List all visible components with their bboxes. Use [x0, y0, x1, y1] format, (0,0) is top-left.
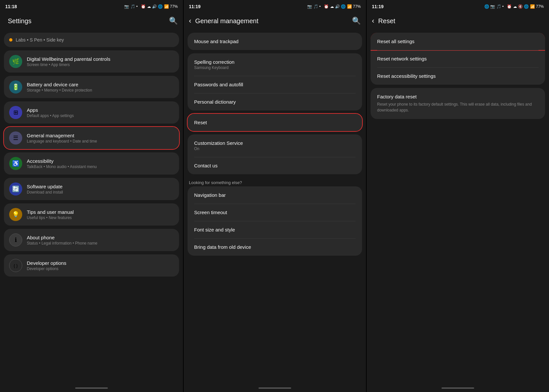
reset-item-all-settings[interactable]: Reset all settings: [371, 33, 545, 50]
menu-item-mouse-trackpad[interactable]: Mouse and trackpad: [188, 33, 362, 50]
home-indicator-3: [367, 384, 549, 392]
battery-text: Battery and device care Storage • Memory…: [27, 82, 174, 93]
battery-subtitle: Storage • Memory • Device protection: [27, 88, 174, 93]
settings-item-developer[interactable]: { } Developer options Developer options: [4, 254, 179, 277]
software-update-subtitle: Download and install: [27, 190, 174, 195]
about-phone-icon: ℹ: [9, 233, 22, 247]
tips-title: Tips and user manual: [27, 209, 174, 215]
status-icons-3: 🌐 📷 🎵 • ⏰ ☁ 🔇 🌐 📶 77%: [484, 4, 544, 9]
gm-topbar: ‹ General management 🔍: [184, 12, 366, 30]
digital-wellbeing-text: Digital Wellbeing and parental controls …: [27, 56, 174, 67]
menu-item-personal-dictionary[interactable]: Personal dictionary: [188, 93, 362, 111]
labs-dot: [9, 38, 12, 42]
reset-item-network[interactable]: Reset network settings: [371, 50, 545, 67]
settings-item-digital-wellbeing[interactable]: 🌿 Digital Wellbeing and parental control…: [4, 50, 179, 73]
passwords-title: Passwords and autofill: [194, 82, 356, 87]
tips-subtitle: Useful tips • New features: [27, 215, 174, 220]
digital-wellbeing-card: 🌿 Digital Wellbeing and parental control…: [4, 50, 179, 73]
menu-item-font-size[interactable]: Font size and style: [188, 221, 362, 238]
software-update-text: Software update Download and install: [27, 184, 174, 195]
customization-title: Customization Service: [194, 140, 356, 146]
reset-options-card: Reset all settings Reset network setting…: [371, 33, 545, 85]
settings-scroll: Labs • S Pen • Side key 🌿 Digital Wellbe…: [0, 30, 183, 384]
developer-icon: { }: [9, 259, 22, 272]
panel-general-management: 11:19 📷 🎵 • ⏰ ☁ 🔊 🌐 📶 77% ‹ General mana…: [183, 0, 366, 392]
reset-scroll: Reset all settings Reset network setting…: [367, 30, 549, 384]
reset-network-title: Reset network settings: [377, 56, 539, 61]
labs-item[interactable]: Labs • S Pen • Side key: [4, 33, 179, 47]
apps-title: Apps: [27, 107, 174, 113]
factory-reset-title: Factory data reset: [377, 94, 539, 99]
menu-item-passwords[interactable]: Passwords and autofill: [188, 76, 362, 93]
reset-menu-title: Reset: [194, 120, 356, 125]
status-icons-1: 📷 🎵 • ⏰ ☁ 🔊 🌐 📶 77%: [124, 4, 178, 9]
gm-search-icon[interactable]: 🔍: [352, 17, 361, 25]
menu-item-nav-bar[interactable]: Navigation bar: [188, 186, 362, 204]
general-management-card: ☰ General management Language and keyboa…: [4, 127, 179, 149]
keyboard-group-card: Spelling correction Samsung Keyboard Pas…: [188, 53, 362, 111]
font-size-title: Font size and style: [194, 227, 356, 232]
status-bar-2: 11:19 📷 🎵 • ⏰ ☁ 🔊 🌐 📶 77%: [184, 0, 366, 12]
developer-card: { } Developer options Developer options: [4, 254, 179, 277]
reset-item-accessibility[interactable]: Reset accessibility settings: [371, 67, 545, 85]
status-time-1: 11:18: [5, 4, 17, 9]
settings-item-about-phone[interactable]: ℹ About phone Status • Legal information…: [4, 229, 179, 251]
reset-back-button[interactable]: ‹: [372, 17, 374, 25]
about-phone-subtitle: Status • Legal information • Phone name: [27, 241, 174, 246]
home-bar-1: [75, 387, 108, 389]
settings-item-battery[interactable]: 🔋 Battery and device care Storage • Memo…: [4, 76, 179, 98]
home-indicator-2: [184, 384, 366, 392]
reset-title: Reset: [378, 17, 544, 25]
about-phone-text: About phone Status • Legal information •…: [27, 235, 174, 246]
looking-card: Navigation bar Screen timeout Font size …: [188, 186, 362, 256]
menu-item-customization[interactable]: Customization Service On: [188, 134, 362, 157]
menu-item-reset[interactable]: Reset: [188, 114, 362, 131]
developer-text: Developer options Developer options: [27, 260, 174, 271]
apps-icon: ⊞: [9, 106, 22, 119]
gm-title: General management: [195, 17, 352, 25]
accessibility-subtitle: TalkBack • Mono audio • Assistant menu: [27, 164, 174, 169]
settings-item-apps[interactable]: ⊞ Apps Default apps • App settings: [4, 101, 179, 124]
mouse-trackpad-title: Mouse and trackpad: [194, 39, 356, 44]
settings-item-tips[interactable]: 💡 Tips and user manual Useful tips • New…: [4, 203, 179, 226]
tips-icon: 💡: [9, 208, 22, 221]
settings-item-accessibility[interactable]: ♿ Accessibility TalkBack • Mono audio • …: [4, 152, 179, 175]
tips-text: Tips and user manual Useful tips • New f…: [27, 209, 174, 220]
battery-icon: 🔋: [9, 80, 22, 94]
accessibility-card: ♿ Accessibility TalkBack • Mono audio • …: [4, 152, 179, 175]
menu-item-contact-us[interactable]: Contact us: [188, 157, 362, 174]
settings-item-software-update[interactable]: 🔄 Software update Download and install: [4, 178, 179, 200]
factory-reset-card[interactable]: Factory data reset Reset your phone to i…: [371, 88, 545, 119]
home-bar-3: [441, 387, 474, 389]
software-update-icon: 🔄: [9, 182, 22, 196]
status-icons-text-1: 📷 🎵 • ⏰ ☁ 🔊 🌐 📶 77%: [124, 4, 178, 9]
developer-title: Developer options: [27, 260, 174, 266]
panel-settings: 11:18 📷 🎵 • ⏰ ☁ 🔊 🌐 📶 77% Settings 🔍 Lab…: [0, 0, 183, 392]
gm-back-button[interactable]: ‹: [189, 17, 191, 25]
menu-item-bring-data[interactable]: Bring data from old device: [188, 238, 362, 256]
spelling-title: Spelling correction: [194, 59, 356, 65]
settings-item-general-management[interactable]: ☰ General management Language and keyboa…: [4, 127, 179, 149]
battery-card: 🔋 Battery and device care Storage • Memo…: [4, 76, 179, 98]
status-bar-1: 11:18 📷 🎵 • ⏰ ☁ 🔊 🌐 📶 77%: [0, 0, 183, 12]
settings-search-icon[interactable]: 🔍: [169, 17, 178, 25]
general-management-subtitle: Language and keyboard • Date and time: [27, 139, 174, 144]
personal-dictionary-title: Personal dictionary: [194, 99, 356, 105]
accessibility-title: Accessibility: [27, 158, 174, 164]
menu-item-screen-timeout[interactable]: Screen timeout: [188, 204, 362, 221]
reset-all-settings-title: Reset all settings: [377, 39, 539, 44]
digital-wellbeing-subtitle: Screen time • App timers: [27, 62, 174, 67]
factory-reset-desc: Reset your phone to its factory default …: [377, 101, 539, 113]
settings-topbar: Settings 🔍: [0, 12, 183, 30]
status-icons-text-3: 🌐 📷 🎵 • ⏰ ☁ 🔇 🌐 📶 77%: [484, 4, 544, 9]
bring-data-title: Bring data from old device: [194, 244, 356, 250]
software-update-card: 🔄 Software update Download and install: [4, 178, 179, 200]
contact-us-title: Contact us: [194, 163, 356, 168]
spelling-subtitle: Samsung Keyboard: [194, 65, 356, 70]
reset-card-menu: Reset: [188, 114, 362, 131]
menu-item-spelling[interactable]: Spelling correction Samsung Keyboard: [188, 53, 362, 76]
about-phone-card: ℹ About phone Status • Legal information…: [4, 229, 179, 251]
status-time-2: 11:19: [189, 4, 201, 9]
home-indicator-1: [0, 384, 183, 392]
battery-title: Battery and device care: [27, 82, 174, 87]
